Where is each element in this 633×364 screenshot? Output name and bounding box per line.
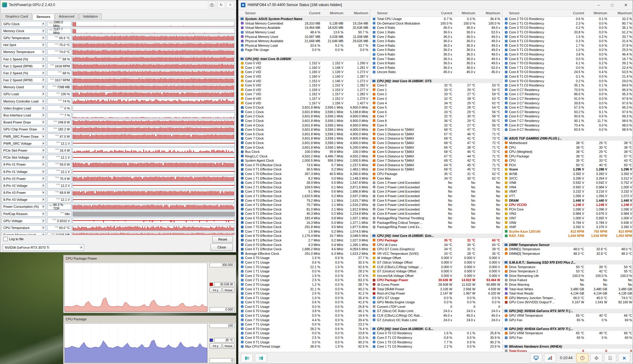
sensor-row[interactable]: Core 2 C7 Residency91.0 %0.0 %97.8 % xyxy=(502,96,633,101)
sensor-row[interactable]: GPU VRM Temperature65 °C40 °C66 °C xyxy=(502,313,633,318)
sensor-row[interactable]: Core 732 °C30 °C58 °C xyxy=(370,114,502,119)
sensor-value[interactable]: max182.2 W xyxy=(47,126,71,132)
sensor-select[interactable]: Fan 1 Speed (RPM)▾ xyxy=(2,63,46,69)
y-min-field[interactable]: 0.000 xyxy=(210,307,234,312)
shift-columns-right-button[interactable]: ⇉ xyxy=(255,353,267,362)
device-select[interactable]: NVIDIA GeForce RTX 3070 Ti ▾ xyxy=(3,244,84,251)
sensor-row[interactable]: CPU Package35 °C31 °C60 °C xyxy=(370,238,502,243)
sensor-row[interactable]: Core 5 T0 C0 Residency1.7 %0.0 %37.8 % xyxy=(502,43,633,48)
sensor-row[interactable]: Core 9 Distance to TjMAX68 °C45 °C73 °C xyxy=(370,167,502,172)
sensor-row[interactable]: Core 5 Ratio36.0 x36.0 x49.0 x xyxy=(370,48,502,52)
sensor-row[interactable]: VIN71.000 V0.992 V1.000 V xyxy=(502,216,633,221)
section-header[interactable]: GPU [#0]: NVIDIA GeForce RTX 3070 Ti [..… xyxy=(502,327,633,331)
sensor-row[interactable]: Core 1 C7 Residency86.6 %0.0 %95.3 % xyxy=(502,92,633,96)
sensor-row[interactable]: GPU Media Engine Usage0.0 %0.0 %0.0 % xyxy=(370,300,502,305)
section-header[interactable]: CPU [#0]: Intel Core i9-10850K xyxy=(238,56,370,61)
sensor-row[interactable]: Core 6 T1 C0 Residency0.0 %0.0 %16.7 % xyxy=(502,56,633,61)
sensor-row[interactable]: Core 1 Ratio36.0 x36.0 x52.0 x xyxy=(370,30,502,35)
sensor-row[interactable]: Core 2 Power Limit ExceededNoNoNo xyxy=(370,185,502,190)
sensor-row[interactable]: Ring/LLC Clock4,502.2 MHz4,496.7 MHz4,50… xyxy=(238,154,370,158)
sensor-row[interactable]: Drive FailureNoNoNo xyxy=(502,278,633,282)
sensor-row[interactable]: Total DRAM Power3.105 W2.566 W4.509 W xyxy=(370,287,502,291)
sensor-row[interactable]: Core 0 T1 Usage0.6 %0.0 %30.3 % xyxy=(238,260,370,265)
sensor-row[interactable]: CPU (Weighted)38 °C29 °C38 °C xyxy=(502,150,633,154)
sensor-value[interactable]: max80.3 % TDP xyxy=(47,204,71,210)
sensor-row[interactable]: Core 9 T1 Usage0.0 %0.0 %90.3 % xyxy=(238,340,370,344)
sensor-select[interactable]: Memory Temperature▾ xyxy=(2,49,46,55)
sensor-row[interactable]: Physical Memory Available21,668 MB21,646… xyxy=(238,39,370,43)
sensor-row[interactable]: Total CPU Usage6.7 %0.3 %36.4 % xyxy=(370,17,502,21)
sensor-row[interactable]: Core 0 T1 Effective Clock36.5 MHz0.2 MHz… xyxy=(238,167,370,172)
sensor-row[interactable]: Core 9 Ratio36.0 x36.0 x52.0 x xyxy=(370,66,502,70)
sensor-row[interactable]: Package/Ring Power Limit ExceededNoNoNo xyxy=(370,225,502,229)
sensor-row[interactable]: Core 0 Distance to TjMAX68 °C47 °C73 °C xyxy=(370,127,502,132)
tab-advanced[interactable]: Advanced xyxy=(55,13,78,19)
sensor-row[interactable]: CLR (CBo/LLC/Ring) OC Ratio Limit45.0 x4… xyxy=(370,313,502,318)
sensor-row[interactable]: Core 7 T0 Usage4.4 %0.0 %39.4 % xyxy=(238,318,370,322)
sensor-value[interactable]: max68 % xyxy=(47,70,71,76)
sensor-row[interactable]: Drive Temperature 253 °C42 °C55 °C xyxy=(502,269,633,274)
sensor-select[interactable]: PWR_SRC Voltage▾ xyxy=(2,140,46,146)
sensor-value[interactable]: max67.0 W xyxy=(47,133,71,139)
sensor-select[interactable]: 8-Pin #1 Power▾ xyxy=(2,162,46,167)
sensor-row[interactable]: Core 9 T0 Effective Clock9.3 MHz0.4 MHz1… xyxy=(238,242,370,247)
sensor-row[interactable]: Core 6 Clock3,601.8 MHz3,599.1 MHz4,900.… xyxy=(238,132,370,136)
sensor-row[interactable]: Core 9 T1 Effective Clock1,686.2 MHz4.6 … xyxy=(238,247,370,251)
section-header[interactable]: GPU [#0]: NVIDIA GeForce RTX 3070 Ti [..… xyxy=(502,309,633,313)
section-header[interactable]: ASUS TUF GAMING Z490-PLUS (... xyxy=(502,136,633,141)
sensor-select[interactable]: PCIe Slot Power▾ xyxy=(2,147,46,153)
sensor-row[interactable]: Core 8 Power Limit ExceededNoNoNo xyxy=(370,211,502,216)
sensor-value[interactable]: max74 % xyxy=(47,98,71,104)
sensor-row[interactable]: Core 9 Clock3,601.8 MHz3,599.1 MHz5,200.… xyxy=(238,145,370,150)
sensor-row[interactable]: Core 2 T1 Usage2.5 %0.0 %83.3 % xyxy=(238,278,370,282)
sensor-row[interactable]: Core 3 Distance to TjMAX68 °C47 °C72 °C xyxy=(370,141,502,145)
sensor-row[interactable]: Core 4 T0 Effective Clock79.2 MHz1.1 MHz… xyxy=(238,198,370,203)
maximize-icon[interactable]: □ xyxy=(605,0,619,9)
sensor-row[interactable]: GPU VRM Temperature65 °C40 °C66 °C xyxy=(502,331,633,335)
sensor-row[interactable]: Core 0 Ratio36.0 x36.0 x49.0 x xyxy=(370,25,502,30)
sensor-row[interactable]: Core 7 Clock3,601.8 MHz3,599.1 MHz4,900.… xyxy=(238,136,370,141)
sensor-row[interactable]: VHIF3.392 V3.376 V3.392 V xyxy=(502,225,633,229)
sensor-row[interactable]: GPU GT Usage0.0 %0.0 %0.0 % xyxy=(370,295,502,300)
sensor-value[interactable]: max65.5 °C xyxy=(47,35,71,41)
sensor-row[interactable]: Core 7 T1 Usage0.0 %0.0 %23.2 % xyxy=(238,322,370,327)
sensor-row[interactable]: VIN80.592 V0.592 V0.752 V xyxy=(502,180,633,185)
sensor-select[interactable]: System Memory Used▾ xyxy=(2,232,46,235)
sensor-row[interactable]: Core 6 VID1.159 V1.153 V1.277 V xyxy=(238,88,370,92)
sensor-select[interactable]: 8-Pin #3 Voltage▾ xyxy=(2,197,46,203)
sensor-row[interactable]: Core 233 °C27 °C59 °C xyxy=(370,92,502,96)
sensor-row[interactable]: Core 3 T1 Effective Clock1,620.5 MHz0.2 … xyxy=(238,194,370,198)
sensor-row[interactable]: Core 5 Clock3,601.8 MHz3,599.1 MHz4,900.… xyxy=(238,127,370,132)
sensor-select[interactable]: GPU Load▾ xyxy=(2,91,46,97)
sensor-row[interactable]: VBAT3.232 V3.216 V3.232 V xyxy=(502,189,633,194)
sensor-row[interactable]: GT (Slice) Voltage Offset0.000 V0.000 V0… xyxy=(370,260,502,265)
graph-titlebar[interactable]: CPU Package Power xyxy=(63,255,236,262)
section-header[interactable]: S.M.A.R.T.: Samsung SSD 970 EVO Plus 2..… xyxy=(502,260,633,265)
sensor-select[interactable]: 8-Pin #2 Voltage▾ xyxy=(2,183,46,188)
sensor-row[interactable]: Package/Ring Thermal ThrottlingNoNoNo xyxy=(370,216,502,221)
sensor-row[interactable]: Core 5 T1 C0 Residency1.0 %0.0 %25.5 % xyxy=(502,48,633,52)
sensor-row[interactable]: Core 0 T0 Effective Clock73.6 MHz5.7 MHz… xyxy=(238,163,370,167)
sensor-row[interactable]: Uncore/SA Voltage Offset0.000 V0.000 V0.… xyxy=(370,273,502,278)
log-to-file-checkbox[interactable]: Log to file xyxy=(3,237,24,241)
sensor-row[interactable]: GPU Fan65 %0 %69 % xyxy=(502,318,633,322)
sensor-row[interactable]: Core 5 T0 Effective Clock81.0 MHz2.1 MHz… xyxy=(238,207,370,212)
sensor-row[interactable]: Core 9 C7 Residency60.5 %0.0 %98.9 % xyxy=(502,127,633,132)
sensor-row[interactable]: Core 7 Power Limit ExceededNoNoNo xyxy=(370,207,502,212)
sensor-row[interactable]: GT (Unslice) OC Ratio Limit24.0 x24.0 x2… xyxy=(370,318,502,322)
sensor-row[interactable]: Core 7 T1 Effective Clock1.5 MHz0.2 MHz1… xyxy=(238,229,370,234)
sensor-row[interactable]: Core 3 T0 Usage1.2 %0.0 %38.7 % xyxy=(238,282,370,287)
sensor-row[interactable]: Core 6 T0 Usage3.8 %0.0 %46.1 % xyxy=(238,309,370,313)
sensor-row[interactable]: Virtual Memory Load48.4 %13.6 %50.7 % xyxy=(238,30,370,35)
sensor-row[interactable]: RAD_FAN1,044 RPM1,016 RPM1,053 RPM xyxy=(502,234,633,238)
sensor-row[interactable]: Core 0 T0 C0 Residency1.6 %0.1 %25.8 % xyxy=(370,331,502,335)
sensor-row[interactable]: Core 932 °C27 °C55 °C xyxy=(370,123,502,127)
sensor-row[interactable]: Core 4 T0 Usage2.5 %0.0 %41.2 % xyxy=(238,291,370,296)
sensor-value[interactable]: max11008 MB xyxy=(47,232,71,235)
sensor-row[interactable]: Core 8 T1 C0 Residency0.1 %0.0 %21.4 % xyxy=(502,74,633,79)
sensor-row[interactable]: Core 332 °C28 °C53 °C xyxy=(370,96,502,101)
sensor-row[interactable]: Core 7 C7 Residency90.1 %11.7 %98.6 % xyxy=(502,119,633,123)
sensor-value[interactable]: max248.8 W xyxy=(47,120,71,125)
sensor-row[interactable]: Core 8 T1 Effective Clock2.7 MHz0.2 MHz1… xyxy=(238,238,370,243)
sensor-select[interactable]: Fan 2 Speed (RPM)▾ xyxy=(2,77,46,83)
